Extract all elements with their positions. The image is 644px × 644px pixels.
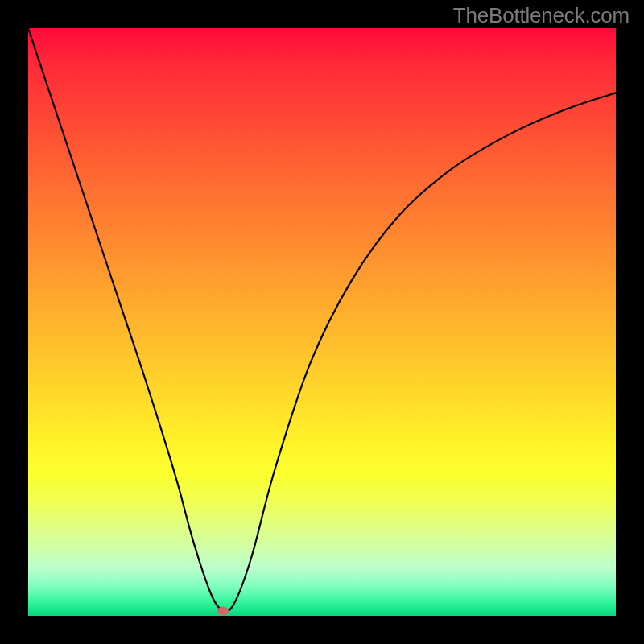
minimum-marker bbox=[217, 607, 229, 616]
chart-frame: TheBottleneck.com bbox=[0, 0, 644, 644]
watermark-text: TheBottleneck.com bbox=[453, 3, 630, 28]
bottleneck-curve bbox=[28, 28, 616, 616]
plot-area bbox=[28, 28, 616, 616]
curve-path bbox=[28, 28, 616, 611]
